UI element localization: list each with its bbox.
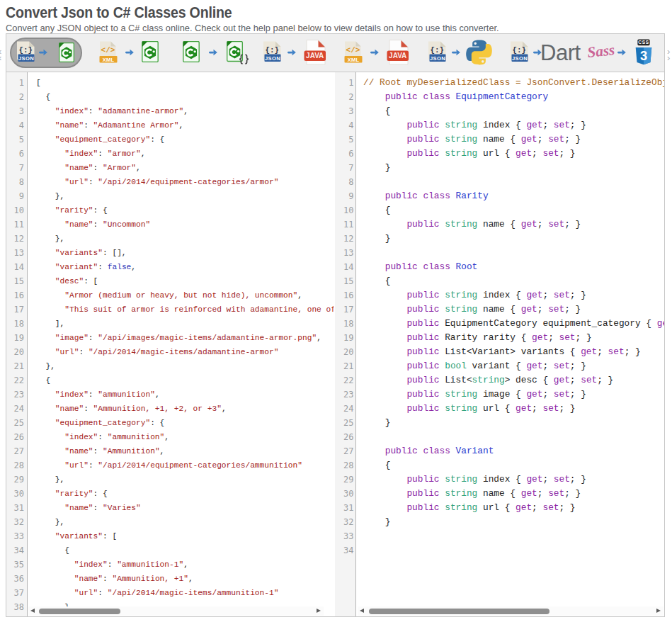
svg-text:{:}: {:}	[430, 46, 443, 55]
svg-text:XML: XML	[348, 57, 360, 63]
svg-text:JSON: JSON	[265, 55, 280, 62]
svg-text:{:}: {:}	[512, 46, 525, 55]
svg-text:JAVA: JAVA	[306, 52, 324, 60]
svg-text:JAVA: JAVA	[389, 52, 406, 60]
svg-text:3: 3	[640, 48, 647, 63]
svg-text:XML: XML	[103, 57, 115, 63]
svg-text:CSS: CSS	[638, 40, 649, 45]
svg-text:</>: </>	[346, 46, 360, 55]
svg-text:</>: </>	[101, 46, 115, 55]
svg-text:JSON: JSON	[430, 55, 445, 62]
svg-text:{:}: {:}	[18, 46, 32, 55]
svg-text:JSON: JSON	[18, 55, 34, 62]
svg-text:Sass: Sass	[588, 43, 615, 61]
svg-text:JSON: JSON	[512, 55, 528, 62]
svg-text:{:}: {:}	[265, 46, 278, 55]
